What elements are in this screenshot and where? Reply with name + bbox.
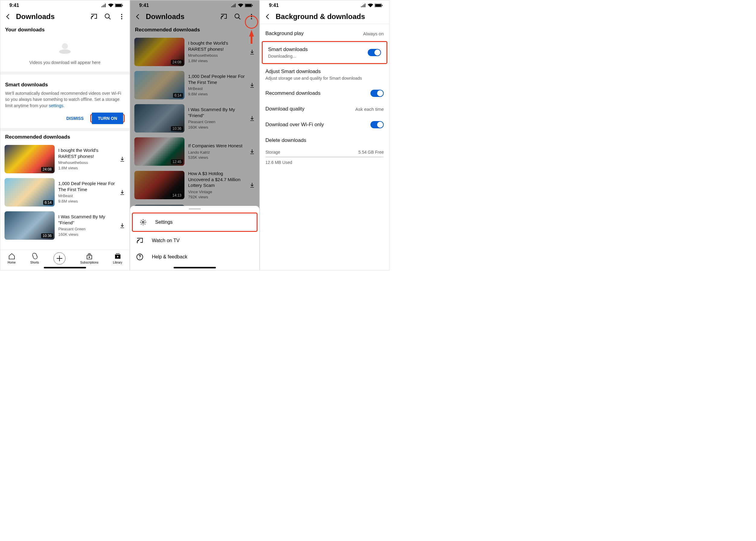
- svg-rect-23: [382, 5, 382, 6]
- menu-help-feedback[interactable]: Help & feedback: [130, 249, 259, 265]
- svg-point-12: [221, 18, 222, 19]
- video-thumbnail[interactable]: 24:08: [134, 38, 185, 66]
- highlight-annotation: Settings: [132, 213, 258, 232]
- turn-on-button[interactable]: TURN ON: [92, 113, 123, 124]
- download-button[interactable]: [249, 49, 255, 55]
- row-title: Download quality: [266, 106, 304, 112]
- download-button[interactable]: [249, 82, 255, 88]
- video-row[interactable]: 6:141,000 Deaf People Hear For The First…: [130, 69, 259, 102]
- video-row[interactable]: 10:36I Was Scammed By My "Friend"Pleasan…: [0, 209, 130, 242]
- video-title: I Was Scammed By My "Friend": [58, 214, 116, 226]
- menu-label: Settings: [155, 220, 173, 225]
- video-views: 535K views: [188, 155, 246, 160]
- more-button[interactable]: [118, 13, 125, 20]
- row-download-quality[interactable]: Download quality Ask each time: [260, 101, 389, 117]
- statusbar: 9:41: [260, 0, 389, 9]
- video-title: If Companies Were Honest: [188, 143, 246, 149]
- row-background-play[interactable]: Background play Always on: [260, 26, 389, 41]
- battery-icon: [115, 4, 123, 7]
- video-row[interactable]: 24:08I bought the World's RAREST phones!…: [0, 143, 130, 176]
- storage-free: 5.54 GB Free: [359, 150, 384, 155]
- cast-button[interactable]: [90, 13, 98, 20]
- download-button[interactable]: [119, 189, 125, 195]
- video-thumbnail[interactable]: 14:13: [134, 171, 185, 199]
- video-channel: Vince Vintage: [188, 189, 246, 195]
- video-views: 9.6M views: [188, 92, 246, 97]
- smart-downloads-promo: Smart downloads We'll automatically down…: [0, 75, 130, 128]
- row-recommend-downloads[interactable]: Recommend downloads: [260, 85, 389, 101]
- video-list: 24:08I bought the World's RAREST phones!…: [130, 35, 259, 236]
- row-wifi-only[interactable]: Download over Wi-Fi only: [260, 117, 389, 133]
- toggle-recommend-downloads[interactable]: [371, 90, 384, 97]
- video-thumbnail[interactable]: 6:14: [134, 71, 185, 99]
- home-icon: [8, 253, 15, 260]
- video-row[interactable]: 12:45If Companies Were HonestLando Kalri…: [130, 135, 259, 168]
- download-button[interactable]: [249, 149, 255, 155]
- video-row[interactable]: 10:36I Was Scammed By My "Friend"Pleasan…: [130, 102, 259, 135]
- row-title: Adjust Smart downloads: [266, 69, 321, 75]
- back-button[interactable]: [134, 13, 142, 20]
- row-adjust-smart[interactable]: Adjust Smart downloads Adjust storage us…: [260, 64, 389, 85]
- video-thumbnail[interactable]: 6:14: [5, 178, 55, 207]
- row-smart-downloads[interactable]: Smart downloads Downloading...: [263, 42, 386, 63]
- bottom-nav: Home Shorts Subscriptions Library: [0, 250, 130, 265]
- search-button[interactable]: [104, 13, 111, 20]
- video-thumbnail[interactable]: 10:36: [134, 104, 185, 133]
- svg-point-5: [121, 14, 122, 15]
- video-views: 792K views: [188, 195, 246, 200]
- download-button[interactable]: [119, 223, 125, 229]
- status-icons: [231, 4, 253, 7]
- row-title: Smart downloads: [268, 47, 308, 53]
- video-title: I bought the World's RAREST phones!: [58, 147, 116, 159]
- video-metadata: 1,000 Deaf People Hear For The First Tim…: [188, 73, 246, 97]
- video-thumbnail[interactable]: 24:08: [5, 145, 55, 173]
- video-duration: 10:36: [41, 234, 53, 238]
- settings-link[interactable]: settings: [49, 103, 63, 108]
- video-metadata: How A $3 Hotdog Uncovered a $24.7 Millio…: [188, 171, 246, 200]
- search-icon: [104, 13, 111, 20]
- nav-home[interactable]: Home: [8, 253, 16, 264]
- wifi-icon: [238, 4, 243, 7]
- search-button[interactable]: [234, 13, 241, 20]
- download-icon: [249, 82, 255, 88]
- video-title: I Was Scammed By My "Friend": [188, 107, 246, 118]
- nav-subscriptions[interactable]: Subscriptions: [80, 253, 98, 264]
- smart-downloads-body: We'll automatically download recommended…: [5, 90, 125, 109]
- header: Downloads: [130, 9, 259, 24]
- status-icons: [101, 4, 123, 7]
- more-vertical-icon: [118, 13, 125, 20]
- cast-icon: [136, 237, 143, 244]
- nav-create[interactable]: [53, 253, 66, 265]
- download-button[interactable]: [249, 115, 255, 121]
- video-thumbnail[interactable]: 12:45: [134, 137, 185, 166]
- cast-button[interactable]: [220, 13, 227, 20]
- video-row[interactable]: 6:141,000 Deaf People Hear For The First…: [0, 176, 130, 209]
- row-delete-downloads[interactable]: Delete downloads: [260, 133, 389, 148]
- video-views: 1.8M views: [188, 58, 246, 64]
- header: Downloads: [0, 9, 130, 24]
- menu-label: Watch on TV: [152, 238, 180, 243]
- download-button[interactable]: [249, 182, 255, 188]
- back-button[interactable]: [264, 13, 272, 20]
- shorts-icon: [31, 253, 38, 260]
- statusbar: 9:41: [130, 0, 259, 9]
- video-metadata: I bought the World's RAREST phones!Mrwho…: [58, 147, 116, 171]
- svg-point-6: [121, 16, 122, 17]
- sheet-handle[interactable]: [189, 208, 201, 210]
- menu-settings[interactable]: Settings: [134, 214, 256, 230]
- video-row[interactable]: 14:13How A $3 Hotdog Uncovered a $24.7 M…: [130, 168, 259, 202]
- toggle-smart-downloads[interactable]: [368, 49, 381, 56]
- nav-shorts[interactable]: Shorts: [30, 253, 39, 264]
- video-row[interactable]: 24:08I bought the World's RAREST phones!…: [130, 35, 259, 69]
- menu-watch-on-tv[interactable]: Watch on TV: [130, 233, 259, 249]
- more-button[interactable]: [248, 13, 255, 20]
- back-button[interactable]: [5, 13, 12, 20]
- toggle-wifi-only[interactable]: [371, 121, 384, 128]
- nav-library[interactable]: Library: [113, 253, 122, 264]
- svg-point-17: [142, 221, 144, 223]
- video-thumbnail[interactable]: 10:36: [5, 211, 55, 240]
- recommended-heading: Recommended downloads: [130, 24, 259, 35]
- more-vertical-icon: [248, 13, 255, 20]
- dismiss-button[interactable]: DISMISS: [62, 113, 88, 124]
- download-button[interactable]: [119, 156, 125, 162]
